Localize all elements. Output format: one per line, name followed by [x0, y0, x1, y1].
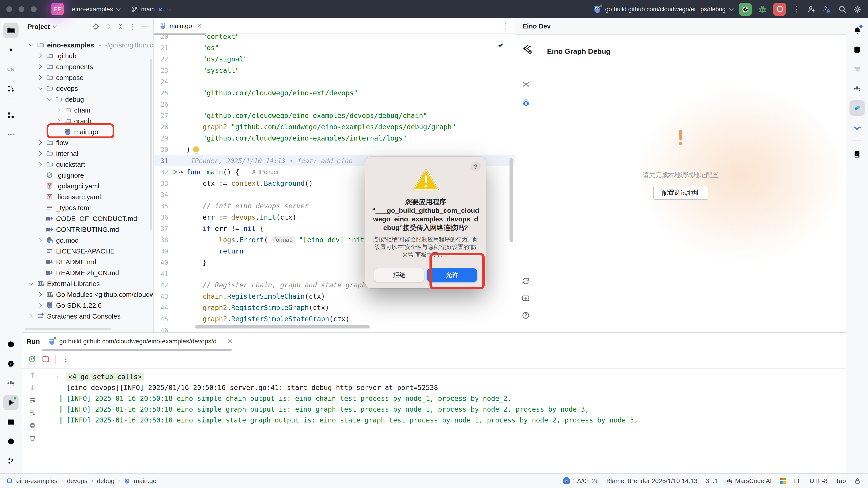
tree-item-internal[interactable]: internal	[22, 148, 153, 159]
run-gutter-icons[interactable]	[172, 169, 186, 175]
inspections-ok-icon[interactable]	[497, 42, 504, 51]
code-line-21[interactable]: 21 "os"	[154, 42, 515, 53]
tab-scroll-indicator[interactable]	[154, 33, 206, 35]
code-line-29[interactable]: 29 "github.com/cloudwego/eino-examples/i…	[154, 132, 515, 144]
code-line-20[interactable]: 20 "context"	[154, 34, 515, 42]
encoding-widget[interactable]: UTF-8	[810, 477, 828, 484]
tree-item-scratches-and-consoles[interactable]: Scratches and Consoles	[22, 311, 153, 321]
scroll-to-end-icon[interactable]	[29, 410, 36, 417]
tree-item-go-modules-github-com-cloudweg[interactable]: Go Modules <github.com/cloudweg	[22, 289, 153, 300]
chevron-down-icon[interactable]	[53, 24, 57, 28]
tree-item-quickstart[interactable]: quickstart	[22, 159, 153, 169]
more-tool-windows-button[interactable]	[3, 127, 19, 142]
chevron-right-icon[interactable]	[36, 293, 43, 296]
tree-item-eino-examples[interactable]: eino-examples- ~/go/src/github.con	[22, 39, 153, 50]
close-tab-icon[interactable]: ✕	[197, 22, 202, 29]
notifications-bell-icon[interactable]	[849, 23, 865, 38]
clear-console-icon[interactable]	[29, 435, 36, 442]
traffic-light-zoom[interactable]	[31, 6, 37, 12]
code-line-30[interactable]: 30)	[154, 144, 515, 155]
microsoft-icon[interactable]	[780, 478, 786, 484]
project-selector[interactable]: eino-examples	[68, 4, 123, 14]
down-stack-icon[interactable]	[29, 384, 36, 391]
git-changes-widget[interactable]: 1 Δ/0↑ 2↓	[563, 477, 598, 484]
tree-item-components[interactable]: components	[22, 61, 153, 72]
branch-selector[interactable]: main	[127, 4, 174, 14]
marscode-tool-button[interactable]	[849, 120, 865, 135]
run-tool-button[interactable]	[3, 395, 19, 410]
tree-item-readme-zh-cn-md[interactable]: MREADME.zh_CN.md	[22, 267, 153, 278]
run-tab-scroll-indicator[interactable]	[42, 349, 232, 351]
project-horizontal-scrollbar[interactable]	[25, 328, 111, 330]
dependencies-tool-button[interactable]	[3, 337, 19, 352]
run-configuration-selector[interactable]: go build github.com/cloudwego/ei...ps/de…	[592, 4, 733, 13]
tab-options-icon[interactable]: ⋮	[502, 22, 508, 30]
debug-bug-icon[interactable]	[522, 98, 530, 107]
traffic-light-minimize[interactable]	[19, 6, 24, 12]
graph-nodes-icon[interactable]	[522, 80, 530, 89]
tree-item-go-mod[interactable]: go.mod	[22, 234, 153, 246]
expand-all-icon[interactable]	[105, 23, 112, 30]
help-icon[interactable]	[522, 311, 530, 320]
tree-item-contributing-md[interactable]: MCONTRIBUTING.md	[22, 224, 153, 234]
chevron-right-icon[interactable]	[36, 152, 43, 155]
close-run-tab-icon[interactable]: ✕	[227, 337, 232, 345]
terminal-tool-button[interactable]	[3, 414, 19, 430]
chevron-right-icon[interactable]	[36, 303, 43, 306]
console-line-3[interactable]: [INFO] 2025-01-16 20:50:18 eino simple c…	[43, 393, 846, 404]
chevron-right-icon[interactable]	[27, 314, 34, 318]
tree-item-code-of-conduct-md[interactable]: MCODE_OF_CONDUCT.md	[22, 213, 153, 224]
chevron-down-icon[interactable]	[45, 97, 52, 101]
chevron-right-icon[interactable]	[36, 54, 43, 57]
editor-horizontal-scrollbar[interactable]	[195, 325, 370, 328]
breadcrumb-project[interactable]: eino-examples	[16, 477, 57, 484]
tree-item-compose[interactable]: compose	[22, 72, 153, 83]
configure-debug-address-button[interactable]: 配置调试地址	[653, 186, 708, 200]
print-icon[interactable]	[29, 422, 36, 429]
code-line-44[interactable]: 44 graph2.RegisterSimpleGraph(ctx)	[154, 302, 515, 313]
traffic-light-close[interactable]	[6, 6, 12, 12]
tree-item--github[interactable]: .github	[22, 50, 153, 61]
debug-button[interactable]	[758, 5, 767, 13]
console-line-5[interactable]: [INFO] 2025-01-16 20:50:18 eino simple s…	[43, 415, 846, 426]
console-line-2[interactable]: [eino devops][INFO] 2025/01/16 20:50:16 …	[43, 382, 846, 393]
locate-file-icon[interactable]	[92, 23, 99, 30]
run-tab[interactable]: go build github.com/cloudwego/eino-examp…	[48, 337, 232, 345]
code-vision-author[interactable]: IPender	[252, 168, 279, 175]
project-vertical-scrollbar[interactable]	[150, 59, 152, 230]
structure-tool-button[interactable]	[3, 107, 19, 123]
tree-item-external-libraries[interactable]: External Libraries	[22, 278, 153, 289]
tree-item-devops[interactable]: devops	[22, 83, 153, 94]
pull-requests-tool-button[interactable]	[3, 81, 19, 96]
caret-position-widget[interactable]: 31:1	[706, 477, 718, 484]
code-review-tool-button[interactable]: CR	[3, 61, 19, 77]
problems-tool-button[interactable]	[3, 434, 19, 449]
code-line-25[interactable]: 25 "github.com/cloudwego/eino-ext/devops…	[154, 87, 515, 98]
tree-item-go-sdk-1-22-6[interactable]: Go SDK 1.22.6	[22, 300, 153, 311]
stop-icon[interactable]	[42, 356, 49, 362]
code-line-43[interactable]: 43 chain.RegisterSimpleChain(ctx)	[154, 291, 515, 302]
code-line-45[interactable]: 45 graph2.RegisterSimpleStateGraph(ctx)	[154, 313, 515, 324]
commit-tool-button[interactable]	[3, 42, 19, 57]
profiler-tool-button[interactable]	[849, 81, 865, 96]
code-line-22[interactable]: 22 "os/signal"	[154, 53, 515, 65]
code-line-28[interactable]: 28 graph2 "github.com/cloudwego/eino-exa…	[154, 121, 515, 132]
git-tool-button[interactable]	[3, 453, 19, 468]
services-tool-button[interactable]	[3, 356, 19, 371]
console-line-1[interactable]: ›<4 go setup calls>	[43, 371, 846, 382]
chevron-down-icon[interactable]	[27, 282, 34, 285]
hide-panel-icon[interactable]: —	[142, 22, 149, 31]
line-ending-widget[interactable]: LF	[794, 477, 802, 484]
chevron-down-icon[interactable]	[27, 43, 34, 46]
eino-dev-tool-button[interactable]	[849, 100, 865, 116]
intention-bulb-icon[interactable]	[193, 147, 199, 152]
console-line-4[interactable]: [INFO] 2025-01-16 20:50:18 eino simple g…	[43, 404, 846, 415]
tree-item--gitignore[interactable]: .gitignore	[22, 169, 153, 180]
documentation-tool-button[interactable]: A	[849, 147, 865, 162]
add-panel-icon[interactable]	[522, 294, 530, 302]
fold-chevron-icon[interactable]: ›	[56, 373, 59, 380]
breadcrumb-debug[interactable]: debug	[97, 477, 114, 484]
chevron-right-icon[interactable]	[36, 238, 43, 241]
code-line-24[interactable]: 24	[154, 76, 515, 87]
deny-button[interactable]: 拒绝	[374, 268, 424, 282]
